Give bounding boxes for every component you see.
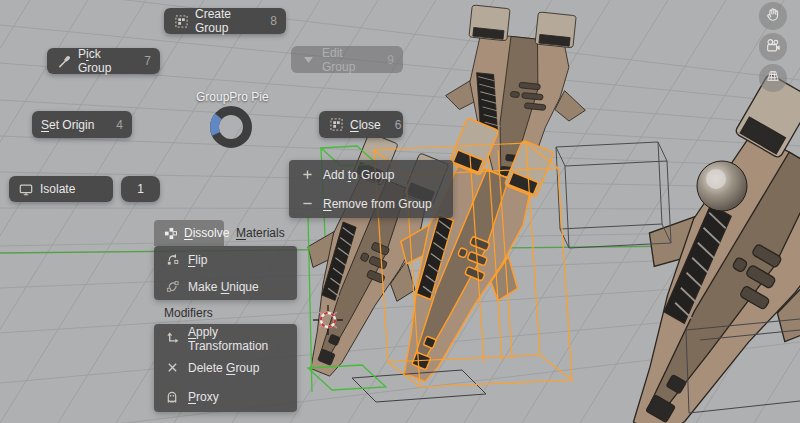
- shortcut-number: 8: [262, 14, 277, 28]
- apply-transformation-item[interactable]: Apply Transformation: [154, 324, 297, 353]
- pie-ring-highlight: [215, 116, 219, 134]
- shortcut-number: 6: [387, 118, 402, 132]
- group-icon: [173, 15, 189, 28]
- set-origin-label: Set Origin: [41, 118, 94, 132]
- ghost-icon: [164, 390, 180, 403]
- monitor-icon: [18, 183, 34, 196]
- flip-label: Flip: [188, 253, 207, 267]
- blender-viewport[interactable]: Create Group 8 Pick Group 7 Edit Group 9…: [0, 0, 800, 423]
- dissolve-label: Dissolve: [184, 226, 229, 240]
- add-to-group-label: Add to Group: [323, 168, 394, 182]
- remove-from-group-item[interactable]: Remove from Group: [289, 189, 453, 218]
- remove-from-group-label: Remove from Group: [323, 197, 432, 211]
- delete-group-label: Delete Group: [188, 361, 259, 375]
- close-button[interactable]: Close 6: [319, 111, 403, 138]
- isolate-label: Isolate: [40, 182, 75, 196]
- edit-group-label: Edit Group: [322, 46, 373, 74]
- dissolve-submenu: Flip Make Unique: [154, 246, 297, 300]
- close-label: Close: [350, 118, 381, 132]
- isolate-shortcut-button[interactable]: 1: [121, 176, 160, 202]
- pie-menu-title: GroupPro Pie: [196, 90, 269, 104]
- minus-icon: [299, 198, 315, 209]
- pie-center-ring: [208, 104, 254, 150]
- modifiers-menu: Apply Transformation Delete Group Proxy: [154, 324, 297, 412]
- grid-sphere-icon: [765, 69, 781, 87]
- shortcut-number: 7: [136, 54, 151, 68]
- shortcut-number: 1: [137, 182, 144, 196]
- close-x-icon: [164, 362, 180, 373]
- isolate-button[interactable]: Isolate: [9, 176, 113, 202]
- make-unique-item[interactable]: Make Unique: [154, 273, 297, 300]
- create-group-button[interactable]: Create Group 8: [164, 8, 286, 34]
- camera-icon: [765, 38, 781, 57]
- projection-toggle-button[interactable]: [759, 64, 787, 92]
- apply-transformation-label: Apply Transformation: [188, 325, 287, 353]
- flip-item[interactable]: Flip: [154, 246, 297, 273]
- proxy-item[interactable]: Proxy: [154, 382, 297, 411]
- shortcut-number: 4: [108, 118, 123, 132]
- dissolve-icon: [162, 227, 178, 240]
- pick-group-button[interactable]: Pick Group 7: [47, 48, 160, 74]
- plus-icon: [299, 169, 315, 180]
- hand-icon: [765, 6, 781, 26]
- dissolve-item[interactable]: Dissolve: [154, 220, 224, 246]
- flip-icon: [164, 253, 180, 266]
- group-actions-menu: Add to Group Remove from Group: [289, 160, 453, 218]
- materials-header[interactable]: Materials: [236, 226, 285, 240]
- proxy-label: Proxy: [188, 390, 219, 404]
- create-group-label: Create Group: [195, 7, 256, 35]
- modifiers-header: Modifiers: [164, 306, 213, 320]
- delete-group-item[interactable]: Delete Group: [154, 353, 297, 382]
- camera-view-button[interactable]: [759, 33, 787, 61]
- eyedropper-icon: [56, 55, 72, 68]
- set-origin-button[interactable]: Set Origin 4: [32, 111, 132, 138]
- edit-group-button[interactable]: Edit Group 9: [291, 46, 403, 73]
- apply-transform-icon: [164, 332, 180, 345]
- make-unique-icon: [164, 280, 180, 293]
- shortcut-number: 9: [379, 53, 394, 67]
- add-to-group-item[interactable]: Add to Group: [289, 160, 453, 189]
- ship-dome-highlight: [706, 169, 726, 189]
- group-icon: [328, 118, 344, 131]
- pick-group-label: Pick Group: [78, 47, 130, 75]
- chevron-down-icon: [300, 57, 316, 63]
- pan-hand-button[interactable]: [759, 2, 787, 30]
- make-unique-label: Make Unique: [188, 280, 259, 294]
